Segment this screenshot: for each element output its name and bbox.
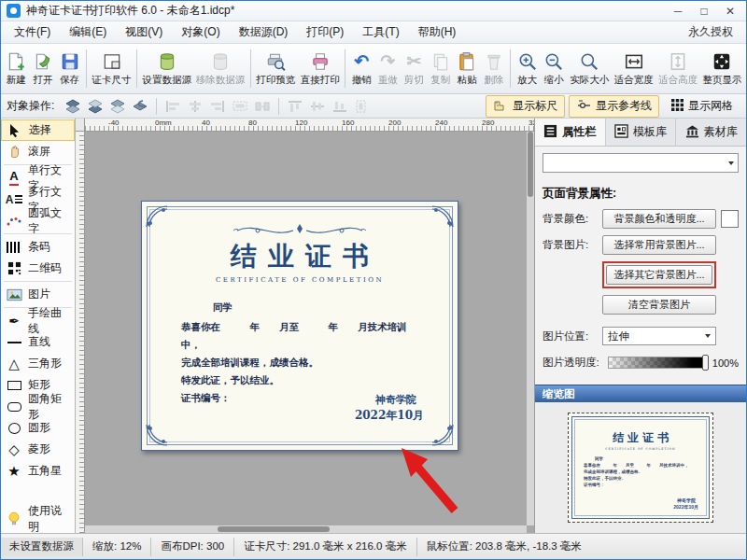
lightbulb-icon: [5, 511, 23, 526]
direct-print-button[interactable]: 直接打印: [298, 48, 342, 90]
bring-to-front-icon[interactable]: [62, 97, 84, 116]
bring-forward-icon[interactable]: [84, 97, 106, 116]
hand-icon: [5, 144, 23, 160]
tool-barcode[interactable]: 条码: [1, 236, 75, 258]
paste-button[interactable]: 粘贴: [454, 48, 481, 90]
card-size-status: 证卡尺寸: 291.0 毫米 x 216.0 毫米: [234, 538, 416, 556]
tool-triangle[interactable]: △ 三角形: [1, 353, 75, 374]
toolbar-separator: [136, 49, 137, 88]
certificate-body: 同学 恭喜你在 年 月至 年 月技术培训中， 完成全部培训课程，成绩合格。 特发…: [181, 299, 426, 407]
redo-icon: ↷: [380, 50, 395, 73]
canvas-horizontal-scrollbar[interactable]: [85, 525, 527, 533]
printer-icon: [310, 50, 331, 73]
menu-file[interactable]: 文件(F): [5, 21, 60, 43]
tool-rounded-rectangle[interactable]: 圆角矩形: [1, 396, 75, 417]
same-height-icon: [351, 97, 374, 116]
print-preview-button[interactable]: 打印预览: [254, 48, 298, 90]
toolbar-separator: [345, 49, 345, 88]
rectangle-icon: [5, 377, 23, 393]
certificate-line: 同学: [213, 299, 426, 316]
database-disabled-icon: [210, 50, 231, 73]
menu-view[interactable]: 视图(V): [116, 21, 172, 43]
pen-icon: ✒: [5, 313, 23, 329]
rounded-rectangle-icon: [5, 399, 23, 414]
copy-icon: [430, 50, 451, 73]
tool-arc-text[interactable]: 圆弧文字: [1, 210, 75, 231]
toolbar-separator: [86, 49, 87, 88]
certificate-line: 特发此证，予以结业。: [181, 371, 426, 389]
image-opacity-slider[interactable]: [608, 357, 708, 369]
open-button[interactable]: 打开: [30, 48, 57, 90]
tool-circle[interactable]: 圆形: [1, 417, 75, 439]
menu-print[interactable]: 打印(P): [297, 21, 353, 43]
tool-pan[interactable]: 滚屏: [1, 141, 75, 162]
tool-qrcode[interactable]: 二维码: [1, 258, 75, 279]
tool-star[interactable]: ★ 五角星: [1, 460, 75, 482]
menu-datasource[interactable]: 数据源(D): [230, 21, 298, 43]
tool-diamond[interactable]: ◇ 菱形: [1, 439, 75, 460]
canvas-work-area[interactable]: 结业证书 CERTIFICATE OF COMPLETION 同学 恭喜你在 年…: [85, 132, 534, 533]
zoom-in-button[interactable]: 放大: [514, 48, 541, 90]
choose-other-bg-button[interactable]: 选择其它背景图片...: [606, 265, 712, 285]
multi-text-icon: A: [5, 191, 23, 207]
clear-bg-button[interactable]: 清空背景图片: [602, 295, 716, 315]
maximize-icon[interactable]: □: [698, 3, 711, 20]
tool-freehand-curve[interactable]: ✒ 手绘曲线: [1, 310, 75, 331]
certificate-page[interactable]: 结业证书 CERTIFICATE OF COMPLETION 同学 恭喜你在 年…: [141, 201, 458, 451]
toolbar-separator: [250, 49, 251, 88]
redo-button: ↷ 重做: [374, 48, 401, 90]
tool-select[interactable]: 选择: [1, 119, 75, 141]
bg-color-button[interactable]: 背景颜色和透明度...: [602, 209, 716, 229]
tool-image[interactable]: 图片: [1, 284, 75, 305]
tab-materials[interactable]: 素材库: [676, 119, 746, 146]
certificate-line: 完成全部培训课程，成绩合格。: [181, 354, 426, 371]
zoom-in-icon: [517, 50, 538, 73]
help-button[interactable]: 使用说明: [1, 508, 75, 529]
menu-edit[interactable]: 编辑(E): [60, 21, 116, 43]
design-canvas[interactable]: -40 0mm 40 80 120 160 200 240 280 320 36…: [76, 119, 534, 533]
fit-width-button[interactable]: 适合宽度: [612, 48, 655, 90]
ruler-corner: [76, 119, 85, 132]
panel-body: 页面背景属性: 背景颜色: 背景颜色和透明度... 背景图片: 选择常用背景图片…: [535, 147, 746, 385]
choose-common-bg-button[interactable]: 选择常用背景图片...: [602, 235, 716, 255]
card-size-button[interactable]: 证卡尺寸: [90, 48, 134, 90]
actual-size-button[interactable]: 实际大小: [567, 48, 611, 90]
thumbnail-area: 结业证书 CERTIFICATE OF COMPLETION 同学 恭喜你在 年…: [535, 402, 746, 533]
tab-properties[interactable]: 属性栏: [535, 119, 606, 146]
image-position-dropdown[interactable]: 拉伸: [602, 327, 716, 345]
certificate-subtitle: CERTIFICATE OF COMPLETION: [148, 276, 452, 284]
trash-icon: [484, 50, 504, 73]
show-grid-toggle[interactable]: 显示网格: [663, 95, 740, 118]
ruler-tick: 160: [342, 119, 354, 127]
show-guides-toggle[interactable]: 显示参考线: [569, 95, 659, 118]
menu-help[interactable]: 帮助(H): [409, 21, 466, 43]
save-button[interactable]: 保存: [56, 48, 83, 90]
tool-line[interactable]: 直线: [1, 331, 75, 353]
whole-page-button[interactable]: 整页显示: [700, 48, 744, 90]
new-button[interactable]: 新建: [3, 48, 30, 90]
properties-icon: [543, 124, 557, 141]
status-bar: 未设置数据源 缩放: 12% 画布DPI: 300 证卡尺寸: 291.0 毫米…: [1, 533, 746, 559]
menu-object[interactable]: 对象(O): [172, 21, 229, 43]
minimize-icon[interactable]: ─: [671, 3, 684, 20]
undo-button[interactable]: ↶ 撤销: [348, 48, 374, 90]
slider-handle[interactable]: [702, 355, 709, 371]
canvas-vertical-scrollbar[interactable]: [527, 132, 534, 525]
main-toolbar: 新建 打开 保存 证卡尺寸 设置数据源 移除数据源 打印预览: [1, 44, 746, 94]
tab-templates[interactable]: 模板库: [606, 119, 677, 146]
bg-color-swatch[interactable]: [721, 210, 739, 228]
ruler-tick: 80: [248, 119, 257, 127]
send-backward-icon[interactable]: [106, 97, 129, 116]
close-icon[interactable]: ✕: [724, 3, 737, 20]
zoom-out-button[interactable]: 缩小: [541, 48, 568, 90]
set-datasource-button[interactable]: 设置数据源: [140, 48, 193, 90]
same-size-icon: [251, 97, 274, 116]
menu-tools[interactable]: 工具(T): [353, 21, 408, 43]
object-selector-dropdown[interactable]: [543, 153, 739, 173]
certificate-thumbnail[interactable]: 结业证书 CERTIFICATE OF COMPLETION 同学 恭喜你在 年…: [568, 413, 713, 523]
show-ruler-toggle[interactable]: 显示标尺: [486, 95, 565, 118]
align-top-icon: [284, 97, 306, 116]
send-to-back-icon[interactable]: [129, 97, 151, 116]
app-icon: [7, 4, 21, 18]
cursor-icon: [6, 122, 24, 138]
